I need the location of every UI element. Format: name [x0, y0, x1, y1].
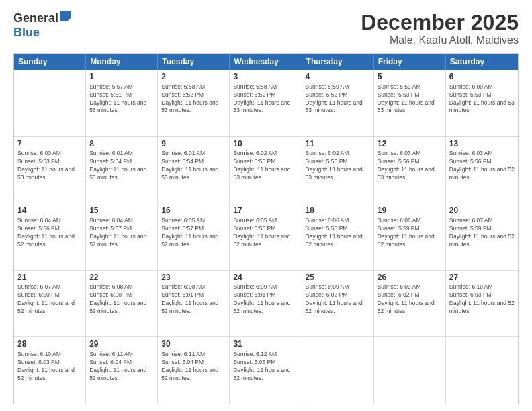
calendar-week-3: 14Sunrise: 6:04 AMSunset: 5:56 PMDayligh… [14, 203, 518, 271]
day-detail: Sunrise: 6:05 AMSunset: 5:57 PMDaylight:… [161, 217, 218, 248]
day-detail: Sunrise: 5:57 AMSunset: 5:51 PMDaylight:… [89, 83, 146, 114]
day-number: 4 [306, 72, 370, 83]
logo-general: General [13, 11, 58, 26]
calendar-week-5: 28Sunrise: 6:10 AMSunset: 6:03 PMDayligh… [14, 337, 518, 404]
logo-flag-icon [60, 11, 71, 24]
page: General Blue December 2025 Male, Kaafu A… [0, 0, 532, 411]
day-detail: Sunrise: 6:04 AMSunset: 5:57 PMDaylight:… [89, 217, 146, 248]
day-number: 5 [378, 72, 442, 83]
calendar-week-1: 1Sunrise: 5:57 AMSunset: 5:51 PMDaylight… [14, 70, 518, 137]
subtitle: Male, Kaafu Atoll, Maldives [361, 34, 519, 46]
day-number: 25 [306, 273, 370, 283]
day-detail: Sunrise: 6:10 AMSunset: 6:03 PMDaylight:… [449, 283, 515, 314]
logo: General Blue [13, 11, 71, 40]
day-number: 31 [233, 339, 298, 350]
header-sunday: Sunday [14, 54, 86, 70]
day-detail: Sunrise: 6:09 AMSunset: 6:01 PMDaylight:… [233, 283, 290, 314]
day-detail: Sunrise: 6:02 AMSunset: 5:55 PMDaylight:… [233, 150, 290, 181]
cal-cell-w2-d1: 7Sunrise: 6:00 AMSunset: 5:53 PMDaylight… [14, 137, 86, 203]
day-detail: Sunrise: 6:10 AMSunset: 6:03 PMDaylight:… [17, 351, 75, 381]
day-detail: Sunrise: 6:00 AMSunset: 5:53 PMDaylight:… [17, 150, 75, 181]
cal-cell-w4-d7: 27Sunrise: 6:10 AMSunset: 6:03 PMDayligh… [446, 271, 518, 337]
cal-cell-w5-d3: 30Sunrise: 6:11 AMSunset: 6:04 PMDayligh… [158, 337, 230, 404]
calendar: Sunday Monday Tuesday Wednesday Thursday… [13, 53, 519, 404]
header-wednesday: Wednesday [230, 54, 302, 70]
day-detail: Sunrise: 5:59 AMSunset: 5:52 PMDaylight:… [306, 83, 363, 114]
day-detail: Sunrise: 6:07 AMSunset: 5:59 PMDaylight:… [449, 217, 515, 248]
main-title: December 2025 [361, 11, 519, 34]
day-number: 3 [233, 72, 298, 83]
day-detail: Sunrise: 6:03 AMSunset: 5:56 PMDaylight:… [378, 150, 435, 181]
cal-cell-w2-d2: 8Sunrise: 6:01 AMSunset: 5:54 PMDaylight… [86, 137, 158, 203]
day-number: 8 [89, 139, 154, 150]
day-number: 1 [89, 72, 154, 83]
cal-cell-w3-d1: 14Sunrise: 6:04 AMSunset: 5:56 PMDayligh… [14, 203, 86, 270]
day-detail: Sunrise: 6:03 AMSunset: 5:56 PMDaylight:… [449, 150, 515, 181]
header-thursday: Thursday [302, 54, 374, 70]
cal-cell-w5-d7 [446, 337, 518, 404]
day-number: 18 [306, 205, 370, 216]
cal-cell-w4-d1: 21Sunrise: 6:07 AMSunset: 6:00 PMDayligh… [14, 271, 86, 337]
calendar-body: 1Sunrise: 5:57 AMSunset: 5:51 PMDaylight… [14, 70, 518, 404]
day-detail: Sunrise: 6:07 AMSunset: 6:00 PMDaylight:… [17, 283, 75, 314]
day-number: 24 [233, 273, 298, 283]
header-monday: Monday [86, 54, 158, 70]
header-saturday: Saturday [446, 54, 518, 70]
day-detail: Sunrise: 6:11 AMSunset: 6:04 PMDaylight:… [89, 351, 146, 381]
svg-marker-0 [60, 11, 71, 21]
cal-cell-w3-d7: 20Sunrise: 6:07 AMSunset: 5:59 PMDayligh… [446, 203, 518, 270]
cal-cell-w2-d4: 10Sunrise: 6:02 AMSunset: 5:55 PMDayligh… [230, 137, 302, 203]
day-number: 30 [161, 339, 226, 350]
day-number: 15 [89, 205, 154, 216]
day-detail: Sunrise: 6:02 AMSunset: 5:55 PMDaylight:… [306, 150, 363, 181]
day-number: 28 [17, 339, 82, 350]
day-number: 29 [89, 339, 154, 350]
day-number: 7 [17, 139, 82, 150]
day-number: 16 [161, 205, 226, 216]
day-detail: Sunrise: 6:01 AMSunset: 5:54 PMDaylight:… [89, 150, 146, 181]
day-detail: Sunrise: 6:04 AMSunset: 5:56 PMDaylight:… [17, 217, 75, 248]
day-number: 10 [233, 139, 298, 150]
cal-cell-w1-d6: 5Sunrise: 5:59 AMSunset: 5:53 PMDaylight… [374, 70, 446, 136]
cal-cell-w4-d3: 23Sunrise: 6:08 AMSunset: 6:01 PMDayligh… [158, 271, 230, 337]
cal-cell-w5-d6 [374, 337, 446, 404]
day-detail: Sunrise: 6:00 AMSunset: 5:53 PMDaylight:… [449, 83, 515, 114]
day-detail: Sunrise: 6:06 AMSunset: 5:59 PMDaylight:… [378, 217, 435, 248]
cal-cell-w2-d7: 13Sunrise: 6:03 AMSunset: 5:56 PMDayligh… [446, 137, 518, 203]
day-number: 2 [161, 72, 226, 83]
logo-blue: Blue [13, 26, 40, 39]
cal-cell-w5-d1: 28Sunrise: 6:10 AMSunset: 6:03 PMDayligh… [14, 337, 86, 404]
calendar-header: Sunday Monday Tuesday Wednesday Thursday… [14, 54, 518, 70]
cal-cell-w5-d2: 29Sunrise: 6:11 AMSunset: 6:04 PMDayligh… [86, 337, 158, 404]
cal-cell-w5-d4: 31Sunrise: 6:12 AMSunset: 6:05 PMDayligh… [230, 337, 302, 404]
cal-cell-w2-d5: 11Sunrise: 6:02 AMSunset: 5:55 PMDayligh… [302, 137, 374, 203]
cal-cell-w5-d5 [302, 337, 374, 404]
header-tuesday: Tuesday [158, 54, 230, 70]
header: General Blue December 2025 Male, Kaafu A… [13, 11, 519, 46]
day-detail: Sunrise: 6:01 AMSunset: 5:54 PMDaylight:… [161, 150, 218, 181]
cal-cell-w2-d3: 9Sunrise: 6:01 AMSunset: 5:54 PMDaylight… [158, 137, 230, 203]
day-number: 19 [378, 205, 442, 216]
cal-cell-w1-d5: 4Sunrise: 5:59 AMSunset: 5:52 PMDaylight… [302, 70, 374, 136]
cal-cell-w1-d3: 2Sunrise: 5:58 AMSunset: 5:52 PMDaylight… [158, 70, 230, 136]
day-number: 27 [449, 273, 515, 283]
day-number: 9 [161, 139, 226, 150]
header-friday: Friday [374, 54, 446, 70]
cal-cell-w3-d3: 16Sunrise: 6:05 AMSunset: 5:57 PMDayligh… [158, 203, 230, 270]
day-detail: Sunrise: 5:58 AMSunset: 5:52 PMDaylight:… [161, 83, 218, 114]
day-number: 6 [449, 72, 515, 83]
cal-cell-w1-d4: 3Sunrise: 5:58 AMSunset: 5:52 PMDaylight… [230, 70, 302, 136]
day-number: 14 [17, 205, 82, 216]
cal-cell-w3-d4: 17Sunrise: 6:05 AMSunset: 5:58 PMDayligh… [230, 203, 302, 270]
day-detail: Sunrise: 5:59 AMSunset: 5:53 PMDaylight:… [378, 83, 435, 114]
cal-cell-w4-d4: 24Sunrise: 6:09 AMSunset: 6:01 PMDayligh… [230, 271, 302, 337]
day-detail: Sunrise: 6:05 AMSunset: 5:58 PMDaylight:… [233, 217, 290, 248]
day-number: 21 [17, 273, 82, 283]
cal-cell-w1-d1 [14, 70, 86, 136]
day-detail: Sunrise: 6:06 AMSunset: 5:58 PMDaylight:… [306, 217, 363, 248]
day-number: 22 [89, 273, 154, 283]
calendar-week-4: 21Sunrise: 6:07 AMSunset: 6:00 PMDayligh… [14, 271, 518, 338]
cal-cell-w4-d6: 26Sunrise: 6:09 AMSunset: 6:02 PMDayligh… [374, 271, 446, 337]
calendar-week-2: 7Sunrise: 6:00 AMSunset: 5:53 PMDaylight… [14, 137, 518, 204]
day-detail: Sunrise: 6:08 AMSunset: 6:01 PMDaylight:… [161, 283, 218, 314]
